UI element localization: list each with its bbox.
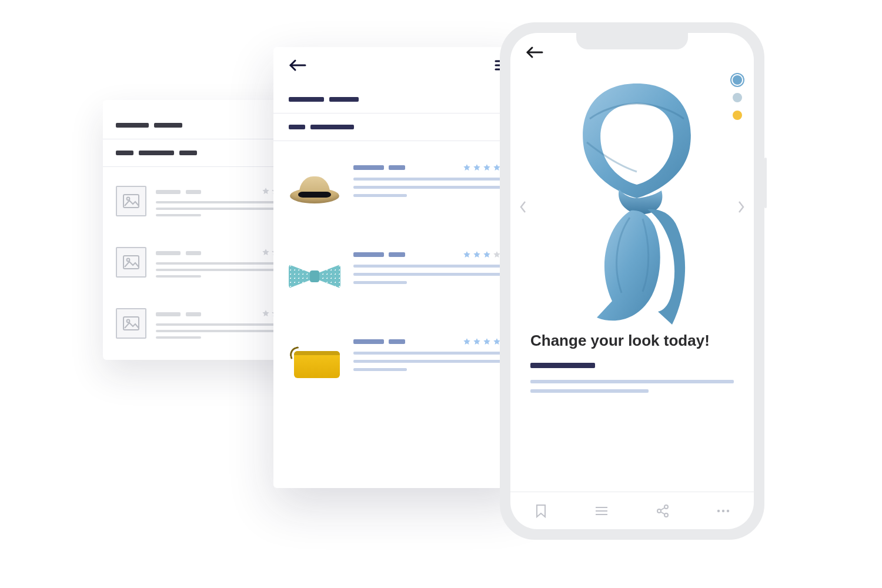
back-arrow-icon[interactable]	[526, 51, 543, 61]
phone-mock: Change your look today!	[500, 22, 764, 540]
carousel-prev-icon[interactable]	[515, 196, 530, 220]
color-swatch[interactable]	[733, 75, 742, 85]
color-swatch[interactable]	[733, 111, 742, 120]
color-swatches	[733, 75, 742, 120]
carousel-next-icon[interactable]	[734, 196, 749, 220]
product-headline: Change your look today!	[530, 332, 734, 350]
product-list-card	[273, 47, 526, 488]
svg-rect-4	[123, 317, 139, 330]
list-lines-icon[interactable]	[594, 503, 609, 519]
text-placeholder	[530, 389, 649, 393]
svg-rect-0	[123, 195, 139, 208]
tab-bar	[510, 492, 754, 529]
product-image-bowtie	[289, 250, 340, 302]
more-dots-icon[interactable]	[716, 503, 731, 519]
svg-point-9	[717, 509, 720, 512]
image-placeholder-icon	[116, 186, 146, 216]
text-placeholder	[530, 363, 595, 368]
product-image-hat	[289, 163, 340, 215]
product-image-clutch	[289, 338, 340, 389]
svg-point-5	[127, 320, 130, 323]
color-swatch[interactable]	[733, 93, 742, 102]
svg-point-11	[727, 509, 729, 512]
svg-rect-2	[123, 256, 139, 269]
svg-point-1	[127, 198, 130, 201]
svg-point-3	[127, 259, 130, 262]
product-list-item[interactable]	[289, 146, 511, 233]
product-list-item[interactable]	[289, 233, 511, 320]
text-placeholder	[530, 380, 734, 383]
filter-row[interactable]	[273, 86, 526, 113]
image-placeholder-icon	[116, 247, 146, 278]
svg-point-10	[722, 509, 724, 512]
back-arrow-icon[interactable]	[289, 59, 306, 74]
phone-notch	[576, 32, 688, 49]
product-list-item[interactable]	[289, 320, 511, 407]
svg-point-6	[657, 509, 661, 513]
svg-point-8	[664, 513, 668, 517]
svg-point-7	[664, 505, 668, 509]
bookmark-icon[interactable]	[533, 503, 549, 519]
filter-row[interactable]	[273, 113, 526, 141]
product-hero-image-scarf	[560, 78, 713, 330]
share-icon[interactable]	[655, 503, 670, 519]
image-placeholder-icon	[116, 308, 146, 339]
